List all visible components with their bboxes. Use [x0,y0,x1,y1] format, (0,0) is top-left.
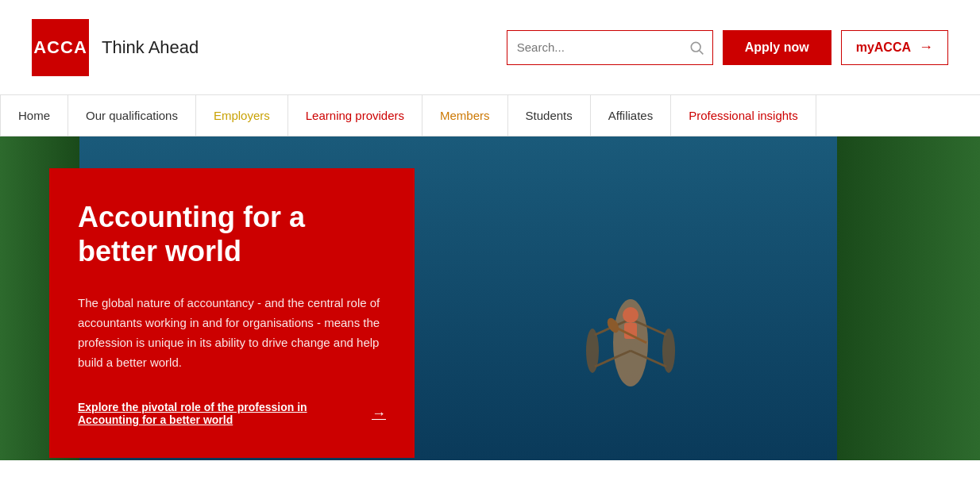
nav-item-affiliates[interactable]: Affiliates [591,95,671,136]
svg-point-0 [691,42,700,52]
nav-item-employers[interactable]: Employers [196,95,288,136]
hero-tree-right [837,136,980,460]
arrow-right-icon: → [919,39,933,56]
hero-section: Accounting for a better world The global… [0,136,980,460]
boat-svg [583,240,678,398]
hero-arrow-icon: → [372,406,386,422]
tagline: Think Ahead [102,37,199,58]
nav-item-home[interactable]: Home [0,95,68,136]
nav-item-professional[interactable]: Professional insights [671,95,816,136]
search-icon [689,40,704,56]
hero-title: Accounting for a better world [78,200,386,268]
search-button[interactable] [681,40,712,56]
boat-image [583,240,678,402]
nav-item-students[interactable]: Students [508,95,591,136]
svg-point-9 [623,307,639,323]
hero-description: The global nature of accountancy - and t… [78,294,386,372]
nav-item-learning[interactable]: Learning providers [288,95,422,136]
nav-item-members[interactable]: Members [422,95,508,136]
search-box [507,30,713,65]
site-header: ACCA Think Ahead Apply now myACCA → [0,0,980,95]
svg-line-1 [700,50,704,54]
svg-point-5 [586,329,599,373]
main-nav: Home Our qualifications Employers Learni… [0,95,980,136]
nav-item-qualifications[interactable]: Our qualifications [68,95,196,136]
apply-now-button[interactable]: Apply now [723,30,831,65]
search-input[interactable] [507,40,681,54]
svg-point-8 [662,329,675,373]
hero-panel: Accounting for a better world The global… [49,168,415,458]
header-actions: Apply now myACCA → [507,30,948,65]
acca-logo: ACCA [32,19,89,76]
logo-area: ACCA Think Ahead [32,19,199,76]
hero-link[interactable]: Explore the pivotal role of the professi… [78,401,386,426]
myacca-button[interactable]: myACCA → [841,30,948,65]
